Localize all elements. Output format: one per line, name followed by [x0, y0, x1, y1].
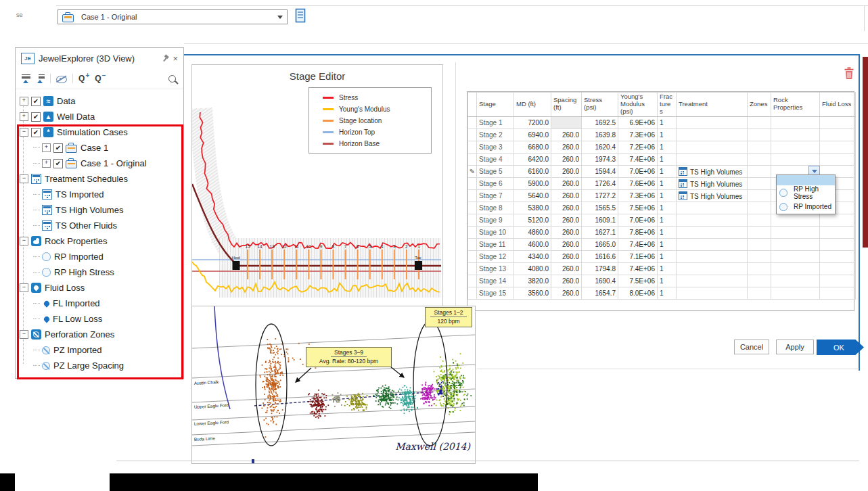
ok-button[interactable]: OK: [817, 340, 864, 355]
cell-fractures[interactable]: 1: [658, 141, 677, 153]
cancel-button[interactable]: Cancel: [734, 340, 769, 354]
close-icon[interactable]: ×: [173, 54, 178, 63]
cell-treatment[interactable]: [677, 202, 748, 214]
row-selector[interactable]: [468, 275, 477, 287]
cell-youngs[interactable]: 7.1E+06: [618, 250, 658, 262]
cell-treatment[interactable]: TS High Volumes: [677, 165, 748, 177]
tree-item-treatment-schedules[interactable]: −Treatment Schedules: [16, 171, 183, 187]
cell-fractures[interactable]: 1: [658, 202, 677, 214]
cell-zones[interactable]: [748, 287, 771, 299]
cell-spacing[interactable]: 260.0: [551, 262, 582, 275]
expander-icon[interactable]: +: [42, 159, 51, 168]
table-row-stage-2[interactable]: Stage 26940.0260.01639.87.3E+061: [468, 128, 856, 141]
expander-icon[interactable]: +: [42, 143, 51, 152]
cell-treatment[interactable]: [677, 250, 748, 262]
cell-spacing[interactable]: 260.0: [551, 177, 582, 189]
cell-youngs[interactable]: 7.4E+06: [618, 238, 658, 250]
cell-treatment[interactable]: [677, 262, 748, 275]
pencil-icon[interactable]: ✎: [468, 165, 477, 177]
cell-rock-properties[interactable]: [771, 153, 820, 165]
cell-zones[interactable]: [748, 165, 771, 177]
cell-md[interactable]: 5900.0: [514, 177, 551, 189]
expander-icon[interactable]: +: [20, 97, 28, 106]
cell-stress[interactable]: 1627.1: [582, 226, 618, 238]
cell-rock-properties[interactable]: [771, 250, 820, 262]
expander-icon[interactable]: −: [20, 330, 28, 339]
cell-fluid-loss[interactable]: [820, 128, 856, 141]
cell-rock-properties[interactable]: [771, 287, 820, 299]
cell-spacing[interactable]: [551, 116, 582, 128]
cell-fractures[interactable]: 1: [658, 189, 677, 202]
cell-fractures[interactable]: 1: [658, 275, 677, 287]
cell-youngs[interactable]: 7.4E+06: [618, 262, 658, 275]
cell-stage[interactable]: Stage 1: [477, 116, 514, 128]
expand-all-icon[interactable]: [36, 74, 45, 83]
cell-stress[interactable]: 1726.4: [582, 177, 618, 189]
tree-item-case-1[interactable]: +✔Case 1: [16, 140, 183, 156]
cell-rock-properties[interactable]: [771, 275, 820, 287]
cell-stage[interactable]: Stage 6: [477, 177, 514, 189]
cell-fluid-loss[interactable]: [820, 116, 856, 128]
cell-spacing[interactable]: 260.0: [551, 226, 582, 238]
cell-stress[interactable]: 1616.6: [582, 250, 618, 262]
cell-stage[interactable]: Stage 11: [477, 238, 514, 250]
tree-item-rock-properties[interactable]: −Rock Properties: [16, 233, 183, 249]
expander-icon[interactable]: +: [20, 112, 28, 121]
tree-item-stimulation-cases[interactable]: −✔*Stimulation Cases: [16, 124, 183, 140]
tree-item-case-1-original[interactable]: +✔Case 1 - Original: [16, 156, 183, 171]
cell-youngs[interactable]: 7.8E+06: [618, 226, 658, 238]
cell-stress[interactable]: 1665.0: [582, 238, 618, 250]
clipboard-icon[interactable]: [295, 8, 306, 26]
cell-zones[interactable]: [748, 202, 771, 214]
cell-md[interactable]: 4600.0: [514, 238, 551, 250]
cell-rock-properties[interactable]: [771, 262, 820, 275]
row-selector[interactable]: [468, 153, 477, 165]
cell-fluid-loss[interactable]: [820, 262, 856, 275]
apply-button[interactable]: Apply: [776, 340, 814, 354]
tree-item-fluid-loss[interactable]: −Fluid Loss: [16, 280, 183, 296]
chevron-down-icon[interactable]: [277, 16, 283, 19]
cell-zones[interactable]: [748, 250, 771, 262]
cell-spacing[interactable]: 260.0: [551, 128, 582, 141]
table-row-stage-12[interactable]: Stage 124340.0260.01616.67.1E+061: [468, 250, 856, 262]
cell-stage[interactable]: Stage 5: [477, 165, 514, 177]
cell-md[interactable]: 5640.0: [514, 189, 551, 202]
cell-zones[interactable]: [748, 238, 771, 250]
tree-item-fl-low-loss[interactable]: FL Low Loss: [16, 311, 183, 327]
search-icon[interactable]: [168, 75, 176, 83]
cell-stage[interactable]: Stage 13: [477, 262, 514, 275]
cell-treatment[interactable]: [677, 214, 748, 226]
cell-rock-properties[interactable]: [771, 238, 820, 250]
cell-rock-properties[interactable]: [771, 226, 820, 238]
tree-item-well-data[interactable]: +✔▲Well Data: [16, 109, 183, 124]
cell-stage[interactable]: Stage 7: [477, 189, 514, 202]
cell-zones[interactable]: [748, 189, 771, 202]
cell-fractures[interactable]: 1: [658, 262, 677, 275]
cell-youngs[interactable]: 7.5E+06: [618, 202, 658, 214]
table-row-stage-14[interactable]: Stage 143820.0260.01690.47.5E+061: [468, 275, 856, 287]
cell-stress[interactable]: 1727.2: [582, 189, 618, 202]
row-selector[interactable]: [468, 189, 477, 202]
cell-spacing[interactable]: 260.0: [551, 250, 582, 262]
cell-md[interactable]: 4080.0: [514, 262, 551, 275]
row-selector[interactable]: [468, 250, 477, 262]
cell-zones[interactable]: [748, 153, 771, 165]
row-selector[interactable]: [468, 116, 477, 128]
cell-fluid-loss[interactable]: [820, 275, 856, 287]
cell-youngs[interactable]: 6.9E+06: [618, 116, 658, 128]
cell-fluid-loss[interactable]: [820, 141, 856, 153]
table-row-stage-15[interactable]: Stage 153560.0260.01654.78.0E+061: [468, 287, 856, 299]
cell-spacing[interactable]: 260.0: [551, 287, 582, 299]
cell-youngs[interactable]: 7.6E+06: [618, 177, 658, 189]
cell-treatment[interactable]: TS High Volumes: [677, 177, 748, 189]
cell-md[interactable]: 6420.0: [514, 153, 551, 165]
checkbox[interactable]: ✔: [31, 97, 41, 106]
cell-rock-properties[interactable]: [771, 214, 820, 226]
cell-stress[interactable]: 1609.1: [582, 214, 618, 226]
expander-icon[interactable]: −: [20, 174, 28, 183]
cell-stress[interactable]: 1794.8: [582, 262, 618, 275]
cell-rock-properties[interactable]: [771, 128, 820, 141]
zoom-out-icon[interactable]: Q: [95, 74, 106, 83]
expander-icon[interactable]: −: [20, 283, 28, 292]
dropdown-item-rp-high-stress[interactable]: RP High Stress: [777, 185, 835, 200]
